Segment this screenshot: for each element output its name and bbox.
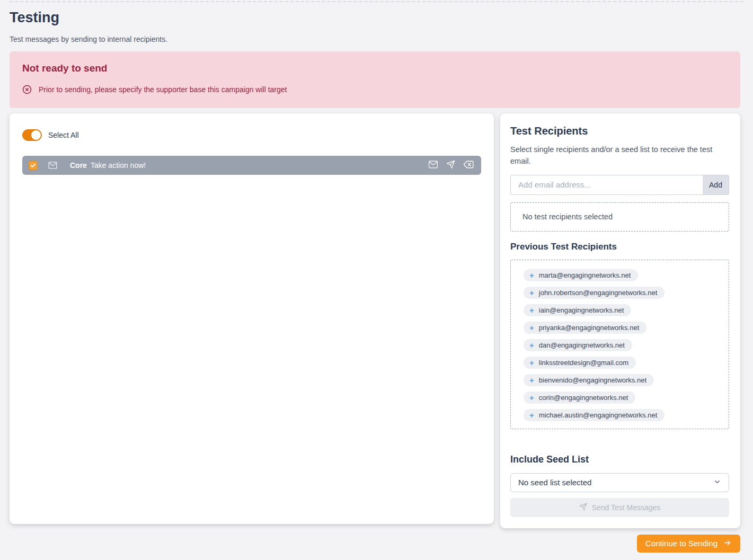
continue-to-sending-button[interactable]: Continue to Sending xyxy=(637,535,740,553)
plus-icon: + xyxy=(529,306,534,314)
recipient-email: marta@engagingnetworks.net xyxy=(539,271,631,279)
message-row[interactable]: Core Take action now! xyxy=(22,156,481,175)
recipient-email: john.robertson@engagingnetworks.net xyxy=(539,289,658,297)
recipient-email: iain@engagingnetworks.net xyxy=(539,306,624,314)
test-recipients-description: Select single recipients and/or a seed l… xyxy=(510,144,729,167)
previous-recipient-pill[interactable]: + michael.austin@engagingnetworks.net xyxy=(524,409,665,421)
previous-recipient-pill[interactable]: + linksstreetdesign@gmail.com xyxy=(524,357,636,369)
previous-recipient-pill[interactable]: + john.robertson@engagingnetworks.net xyxy=(524,287,665,299)
alert-title: Not ready to send xyxy=(22,63,728,74)
test-recipients-panel: Test Recipients Select single recipients… xyxy=(500,113,740,528)
message-checkbox[interactable] xyxy=(29,161,38,170)
page-title: Testing xyxy=(10,10,740,26)
plus-icon: + xyxy=(529,411,534,419)
testing-page: Testing Test messages by sending to inte… xyxy=(0,2,753,560)
message-tag: Core xyxy=(70,161,87,170)
previous-recipient-pill[interactable]: + priyanka@engagingnetworks.net xyxy=(524,322,646,334)
preview-email-button[interactable] xyxy=(428,161,438,170)
arrow-right-icon xyxy=(723,539,732,548)
envelope-icon xyxy=(48,162,57,169)
continue-to-sending-label: Continue to Sending xyxy=(645,539,717,548)
clear-message-button[interactable] xyxy=(463,161,474,170)
send-test-messages-button[interactable]: Send Test Messages xyxy=(510,498,729,517)
include-seed-list-title: Include Seed List xyxy=(510,454,729,465)
previous-recipient-pill[interactable]: + bienvenido@engagingnetworks.net xyxy=(524,374,654,386)
previous-recipients-list: + marta@engagingnetworks.net + john.robe… xyxy=(510,260,729,429)
email-input[interactable] xyxy=(510,175,703,195)
plus-icon: + xyxy=(529,341,534,349)
select-all-label: Select All xyxy=(48,131,79,139)
message-subject: Take action now! xyxy=(91,161,146,170)
send-icon xyxy=(579,503,587,512)
recipient-email: corin@engagingnetworks.net xyxy=(539,394,628,402)
empty-state-text: No test recipients selected xyxy=(522,212,613,221)
plus-icon: + xyxy=(529,376,534,384)
send-test-messages-label: Send Test Messages xyxy=(592,503,661,512)
backspace-icon xyxy=(463,161,474,170)
selected-recipients-empty-state: No test recipients selected xyxy=(510,202,729,232)
send-icon xyxy=(446,160,455,171)
plus-icon: + xyxy=(529,324,534,332)
recipient-email: bienvenido@engagingnetworks.net xyxy=(539,376,646,384)
previous-recipient-pill[interactable]: + iain@engagingnetworks.net xyxy=(524,304,631,316)
plus-icon: + xyxy=(529,359,534,367)
seed-list-select[interactable]: No seed list selected xyxy=(510,473,729,492)
previous-recipient-pill[interactable]: + marta@engagingnetworks.net xyxy=(524,269,638,281)
page-subtitle: Test messages by sending to internal rec… xyxy=(10,35,740,43)
chevron-down-icon xyxy=(713,478,721,487)
plus-icon: + xyxy=(529,394,534,402)
not-ready-alert: Not ready to send Prior to sending, plea… xyxy=(10,51,740,108)
recipient-email: michael.austin@engagingnetworks.net xyxy=(539,411,658,419)
plus-icon: + xyxy=(529,271,534,279)
add-email-button[interactable]: Add xyxy=(703,175,729,195)
previous-recipients-title: Previous Test Recipients xyxy=(510,242,729,252)
plus-icon: + xyxy=(529,289,534,297)
page-header: Testing Test messages by sending to inte… xyxy=(10,10,740,43)
toggle-knob xyxy=(31,130,41,140)
select-all-toggle[interactable] xyxy=(22,129,42,141)
alert-message: Prior to sending, please specify the sup… xyxy=(39,85,287,94)
messages-panel: Select All Core Take action now! xyxy=(10,113,494,524)
recipient-email: dan@engagingnetworks.net xyxy=(539,341,625,349)
previous-recipient-pill[interactable]: + corin@engagingnetworks.net xyxy=(524,392,635,404)
send-single-test-button[interactable] xyxy=(446,160,455,171)
seed-list-value: No seed list selected xyxy=(518,478,591,487)
previous-recipient-pill[interactable]: + dan@engagingnetworks.net xyxy=(524,339,632,351)
circle-x-icon xyxy=(22,85,32,94)
mail-icon xyxy=(428,161,438,170)
recipient-email: linksstreetdesign@gmail.com xyxy=(539,359,628,367)
recipient-email: priyanka@engagingnetworks.net xyxy=(539,324,640,332)
test-recipients-title: Test Recipients xyxy=(510,125,729,137)
